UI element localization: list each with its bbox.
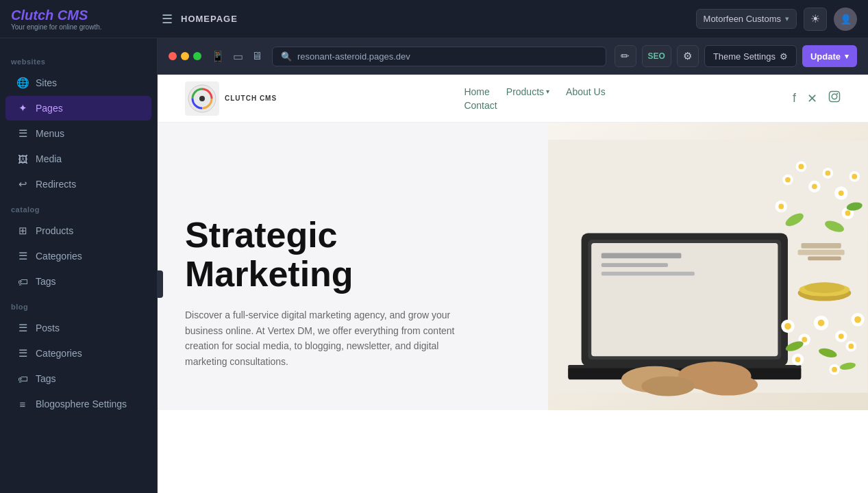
sidebar-item-redirects[interactable]: ↩ Redirects — [5, 172, 151, 197]
preview-social-icons: f ✕ — [793, 90, 841, 106]
preview-hero: Strategic Marketing Discover a full-serv… — [158, 123, 868, 410]
theme-icon-button[interactable]: ☀ — [804, 8, 827, 31]
svg-point-11 — [812, 184, 817, 189]
sidebar-item-menus[interactable]: ☰ Menus — [5, 121, 151, 146]
theme-settings-button[interactable]: Theme Settings ⚙ — [704, 45, 797, 67]
update-label: Update — [810, 51, 841, 62]
seo-button[interactable]: SEO — [642, 45, 671, 67]
sites-icon: 🌐 — [16, 77, 29, 89]
dot-yellow — [181, 52, 189, 60]
svg-rect-37 — [602, 253, 682, 259]
sidebar-item-pages[interactable]: ✦ Pages — [5, 96, 151, 121]
avatar[interactable]: 👤 — [834, 8, 857, 31]
browser-actions: ✏ SEO ⚙ Theme Settings ⚙ Update ▾ — [615, 45, 857, 67]
svg-rect-38 — [602, 263, 668, 267]
svg-point-9 — [799, 164, 804, 169]
svg-point-61 — [832, 367, 837, 372]
sidebar-item-categories-catalog-label: Categories — [36, 251, 82, 262]
update-button[interactable]: Update ▾ — [802, 45, 857, 67]
nav-link-products[interactable]: Products ▾ — [506, 86, 549, 97]
theme-settings-gear-icon: ⚙ — [780, 51, 788, 62]
svg-rect-36 — [592, 243, 778, 356]
seo-label: SEO — [648, 51, 665, 61]
tablet-icon[interactable]: ▭ — [232, 49, 245, 64]
svg-rect-26 — [798, 250, 845, 255]
update-caret-icon: ▾ — [845, 52, 849, 61]
sidebar-item-tags-catalog[interactable]: 🏷 Tags — [5, 269, 151, 294]
mobile-icon[interactable]: 📱 — [210, 49, 226, 64]
nav-link-about-us[interactable]: About Us — [566, 86, 606, 97]
sidebar-item-posts-label: Posts — [36, 323, 60, 333]
products-icon: ⊞ — [16, 225, 29, 237]
sidebar-item-blogosphere-label: Blogosphere Settings — [36, 399, 127, 409]
svg-point-49 — [802, 337, 808, 342]
svg-point-44 — [641, 376, 695, 396]
preview-nav: CLUTCH CMS Home Products ▾ About Us Cont… — [158, 75, 868, 123]
svg-rect-27 — [808, 256, 841, 260]
edit-button[interactable]: ✏ — [615, 45, 636, 67]
sidebar-item-tags-blog[interactable]: 🏷 Tags — [5, 366, 151, 391]
sidebar-item-sites-label: Sites — [36, 77, 57, 88]
hamburger-icon[interactable]: ☰ — [162, 12, 173, 27]
device-icons: 📱 ▭ 🖥 — [210, 49, 264, 64]
topbar: Clutch CMS Your engine for online growth… — [0, 0, 868, 38]
sidebar-item-categories-catalog[interactable]: ☰ Categories — [5, 244, 151, 268]
desktop-icon[interactable]: 🖥 — [250, 49, 264, 64]
gear-icon: ⚙ — [683, 50, 692, 62]
main-layout: websites 🌐 Sites ✦ Pages ☰ Menus 🖼 Media… — [0, 38, 868, 493]
workspace-selector[interactable]: Motorfeen Customs ▾ — [696, 9, 797, 29]
svg-rect-2 — [829, 92, 839, 102]
svg-rect-25 — [802, 243, 841, 249]
collapse-handle[interactable]: ‹ — [158, 270, 163, 298]
pages-icon: ✦ — [16, 102, 29, 114]
browser-dots — [169, 52, 201, 60]
browser-chrome: 📱 ▭ 🖥 🔍 resonant-asteroid.pages.dev ✏ SE… — [158, 38, 868, 75]
sidebar-item-blogosphere-settings[interactable]: ≡ Blogosphere Settings — [5, 392, 151, 416]
dot-red — [169, 52, 177, 60]
search-icon: 🔍 — [281, 51, 292, 62]
svg-rect-41 — [569, 365, 802, 368]
menus-icon: ☰ — [16, 127, 29, 140]
gear-button[interactable]: ⚙ — [677, 45, 699, 67]
instagram-icon[interactable] — [828, 90, 841, 106]
sidebar: websites 🌐 Sites ✦ Pages ☰ Menus 🖼 Media… — [0, 38, 158, 493]
svg-point-55 — [855, 316, 862, 323]
sidebar-item-categories-blog-label: Categories — [36, 348, 82, 359]
svg-rect-39 — [602, 272, 695, 276]
sidebar-item-sites[interactable]: 🌐 Sites — [5, 71, 151, 95]
hero-text: Strategic Marketing Discover a full-serv… — [158, 123, 548, 410]
svg-point-15 — [839, 190, 844, 196]
preview-logo-image — [185, 81, 219, 116]
sidebar-item-media[interactable]: 🖼 Media — [5, 147, 151, 171]
website-preview: ‹ CLUTCH — [158, 75, 868, 493]
hero-title: Strategic Marketing — [185, 216, 521, 294]
page-label: HOMEPAGE — [181, 14, 238, 24]
logo-subtitle: Your engine for online growth. — [11, 23, 162, 31]
url-bar[interactable]: 🔍 resonant-asteroid.pages.dev — [272, 47, 606, 66]
avatar-icon: 👤 — [840, 14, 852, 25]
svg-point-59 — [795, 357, 801, 362]
nav-products-dropdown-icon: ▾ — [546, 88, 549, 95]
nav-link-home[interactable]: Home — [464, 86, 489, 97]
sidebar-item-products[interactable]: ⊞ Products — [5, 218, 151, 243]
svg-point-21 — [845, 210, 851, 216]
svg-point-4 — [836, 93, 838, 94]
preview-nav-links-container: Home Products ▾ About Us Contact — [464, 86, 605, 111]
svg-point-13 — [826, 170, 831, 176]
tags-catalog-icon: 🏷 — [16, 275, 29, 288]
preview-nav-top: Home Products ▾ About Us — [464, 86, 605, 97]
twitter-x-icon[interactable]: ✕ — [807, 91, 817, 106]
websites-section-label: websites — [0, 49, 157, 70]
nav-link-contact[interactable]: Contact — [464, 100, 605, 111]
hero-image — [548, 123, 868, 410]
blog-section-label: blog — [0, 294, 157, 315]
sidebar-item-categories-blog[interactable]: ☰ Categories — [5, 341, 151, 366]
preview-logo: CLUTCH CMS — [185, 81, 277, 116]
theme-settings-label: Theme Settings — [713, 51, 776, 62]
facebook-icon[interactable]: f — [793, 91, 796, 105]
logo-area: Clutch CMS Your engine for online growth… — [11, 8, 162, 31]
sidebar-item-pages-label: Pages — [36, 103, 63, 114]
preview-nav-bottom: Contact — [464, 100, 605, 111]
sidebar-item-posts[interactable]: ☰ Posts — [5, 316, 151, 340]
sidebar-item-menus-label: Menus — [36, 128, 64, 139]
